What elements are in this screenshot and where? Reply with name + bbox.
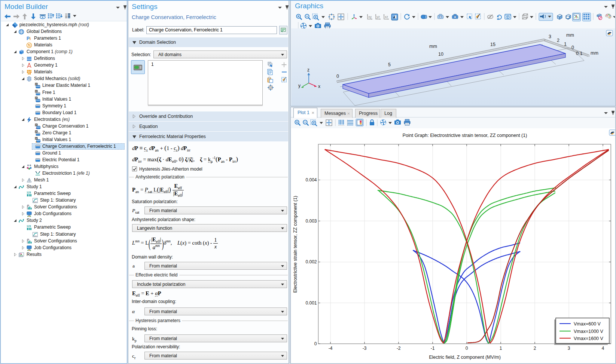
svg-text:-4: -4 <box>329 346 333 351</box>
svg-text:0: 0 <box>466 346 468 351</box>
svg-text:mm: mm <box>591 51 598 56</box>
svg-text:mm: mm <box>566 33 574 38</box>
svg-text:Electrostrictive strain tensor: Electrostrictive strain tensor, ZZ compo… <box>293 196 298 293</box>
svg-text:D: D <box>36 137 37 140</box>
svg-text:D: D <box>36 97 37 99</box>
svg-text:3: 3 <box>549 34 551 39</box>
svg-text:x: x <box>318 84 320 89</box>
svg-text:Electric field, Z component (M: Electric field, Z component (MV/m) <box>429 355 501 360</box>
svg-text:Point Graph: Electrostrictive: Point Graph: Electrostrictive strain ten… <box>403 133 527 138</box>
svg-text:10: 10 <box>438 52 443 57</box>
svg-text:-2: -2 <box>397 346 401 351</box>
svg-text:3: 3 <box>568 346 570 351</box>
svg-text:D: D <box>36 130 37 133</box>
svg-text:P: P <box>27 36 30 41</box>
svg-text:D: D <box>36 83 37 85</box>
svg-text:0: 0 <box>314 341 317 346</box>
svg-text:2: 2 <box>534 346 536 351</box>
svg-text:0: 0 <box>571 45 574 50</box>
svg-text:0.001: 0.001 <box>305 300 317 306</box>
svg-text:z: z <box>307 67 309 73</box>
svg-text:yz: yz <box>376 15 380 19</box>
svg-text:0.002: 0.002 <box>305 259 317 264</box>
svg-text:1: 1 <box>500 346 502 351</box>
svg-text:0.004: 0.004 <box>305 177 317 183</box>
svg-text:0.003: 0.003 <box>305 218 317 224</box>
svg-text:D: D <box>36 90 37 92</box>
svg-text:15: 15 <box>490 42 495 47</box>
svg-text:i: i <box>30 36 31 41</box>
svg-text:-1: -1 <box>431 346 435 351</box>
svg-text:mm: mm <box>429 44 437 49</box>
svg-text:2: 2 <box>557 38 559 43</box>
svg-text:D: D <box>36 123 37 126</box>
svg-text:1: 1 <box>564 42 567 47</box>
svg-text:Vmax=600 V: Vmax=600 V <box>574 321 601 327</box>
svg-text:0: 0 <box>336 74 339 79</box>
svg-text:y: y <box>298 83 301 88</box>
svg-text:123: 123 <box>27 225 31 227</box>
svg-text:Vmax=1600 V: Vmax=1600 V <box>574 336 604 341</box>
svg-text:4: 4 <box>602 346 604 351</box>
svg-text:xy: xy <box>368 15 372 19</box>
svg-text:123: 123 <box>27 191 31 194</box>
svg-text:0.1: 0.1 <box>576 51 582 56</box>
svg-text:5: 5 <box>388 62 391 67</box>
svg-text:Vmax=1000 V: Vmax=1000 V <box>574 329 604 334</box>
svg-text:xz: xz <box>385 15 388 19</box>
svg-text:-3: -3 <box>363 346 367 351</box>
